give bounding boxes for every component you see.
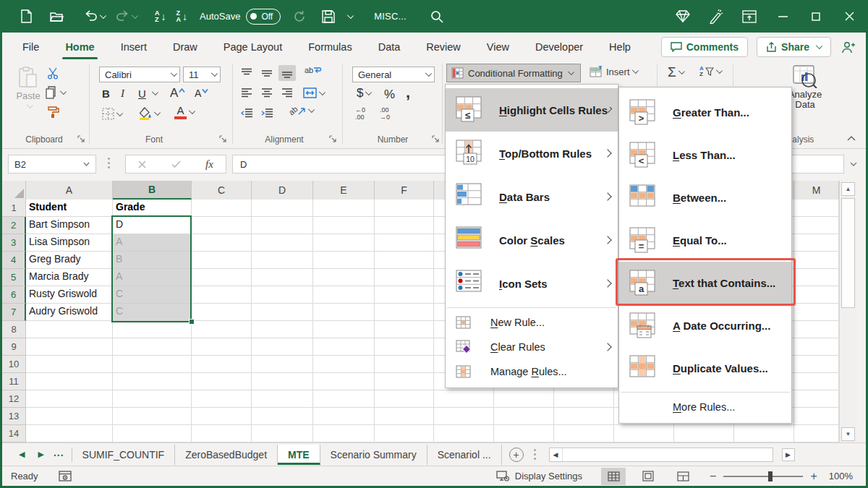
column-header-E[interactable]: E [313, 181, 375, 200]
sheet-tab-mte[interactable]: MTE [278, 445, 320, 465]
align-center-button[interactable] [261, 88, 273, 98]
cell-E13[interactable] [313, 408, 375, 425]
add-sheet-button[interactable]: + [509, 448, 524, 462]
cell-F11[interactable] [375, 373, 434, 390]
submenu-item-more-rules[interactable]: More Rules... [619, 395, 791, 419]
fill-color-button[interactable] [138, 106, 160, 120]
cell-A11[interactable] [26, 373, 113, 390]
hscroll-left-icon[interactable]: ◀ [550, 448, 563, 461]
underline-dropdown-icon[interactable] [150, 92, 158, 95]
cell-F13[interactable] [375, 408, 434, 425]
wrap-text-button[interactable]: ab [305, 66, 322, 74]
cell-A8[interactable] [26, 321, 113, 338]
submenu-item-equal-to[interactable]: = Equal To... [619, 219, 791, 262]
sheet-nav-left-icon[interactable]: ◀ [12, 450, 31, 459]
decrease-indent-button[interactable] [241, 108, 253, 118]
cell-F6[interactable] [375, 286, 434, 304]
cell-A7[interactable]: Audry Griswold [26, 304, 113, 321]
tab-data[interactable]: Data [368, 35, 411, 59]
cell-A13[interactable] [26, 408, 113, 425]
cell-M7[interactable] [794, 304, 839, 321]
comma-style-button[interactable]: , [406, 83, 410, 102]
row-header-6[interactable]: 6 [2, 286, 26, 304]
align-bottom-button[interactable] [278, 65, 296, 81]
cell-F14[interactable] [375, 425, 434, 442]
conditional-formatting-button[interactable]: Conditional Formatting [446, 64, 581, 82]
align-top-button[interactable] [241, 68, 252, 78]
sheet-tab-scenario-summary[interactable]: Scenario Summary [320, 445, 427, 465]
save-dropdown-icon[interactable] [340, 6, 358, 27]
cell-D12[interactable] [252, 390, 313, 408]
italic-button[interactable]: I [121, 87, 124, 100]
cell-K14[interactable] [674, 425, 734, 442]
cell-F7[interactable] [375, 304, 434, 321]
cell-A5[interactable]: Marcia Brady [26, 269, 113, 286]
column-header-B[interactable]: B [113, 181, 192, 200]
sort-az-button[interactable]: AZ↓ [150, 6, 171, 27]
cell-C2[interactable] [192, 217, 252, 234]
cell-C9[interactable] [192, 338, 252, 356]
cell-J14[interactable] [614, 425, 674, 442]
cell-F3[interactable] [375, 234, 434, 252]
autosum-button[interactable]: Σ [668, 64, 684, 80]
minimize-button[interactable] [766, 0, 799, 33]
sheet-nav-right-icon[interactable]: ▶ [31, 450, 50, 459]
font-size-combo[interactable]: 11 [183, 67, 221, 82]
cell-B9[interactable] [113, 338, 192, 356]
normal-view-icon[interactable] [601, 468, 626, 485]
format-painter-icon[interactable] [47, 106, 60, 119]
decrease-decimal-button[interactable]: .00→0 [380, 106, 390, 121]
cell-M8[interactable] [794, 321, 839, 338]
menu-item-top-bottom-rules[interactable]: 10 Top/Bottom Rules [446, 132, 618, 175]
undo-dropdown-icon[interactable] [100, 12, 106, 18]
cell-M13[interactable] [794, 408, 839, 425]
cell-M4[interactable] [794, 252, 839, 269]
submenu-item-a-date-occurring[interactable]: A Date Occurring... [619, 304, 791, 347]
cell-D14[interactable] [252, 425, 313, 442]
cell-M11[interactable] [794, 373, 839, 390]
number-dialog-launcher-icon[interactable] [432, 135, 441, 144]
row-header-5[interactable]: 5 [2, 269, 26, 286]
font-name-combo[interactable]: Calibri [99, 67, 180, 82]
cell-E4[interactable] [313, 252, 375, 269]
row-header-14[interactable]: 14 [2, 425, 26, 442]
hscroll-right-icon[interactable]: ▶ [782, 448, 795, 461]
sheet-tab-scenariol-[interactable]: Scenariol ... [427, 445, 502, 465]
tab-developer[interactable]: Developer [525, 35, 593, 59]
cell-D11[interactable] [252, 373, 313, 390]
submenu-item-between[interactable]: Between... [619, 176, 791, 219]
cut-icon[interactable] [47, 67, 59, 80]
cell-C8[interactable] [192, 321, 252, 338]
cell-H12[interactable] [494, 390, 554, 408]
cell-E5[interactable] [313, 269, 375, 286]
increase-font-button[interactable]: A [170, 86, 185, 100]
insert-function-button[interactable]: fx [205, 158, 213, 171]
tab-home[interactable]: Home [55, 35, 104, 59]
tab-draw[interactable]: Draw [163, 35, 208, 59]
cell-M10[interactable] [794, 356, 839, 373]
tab-page-layout[interactable]: Page Layout [213, 35, 292, 59]
namebox-resize-handle[interactable] [108, 158, 110, 168]
vertical-scroll-thumb[interactable] [841, 198, 855, 308]
cell-A10[interactable] [26, 356, 113, 373]
cell-B8[interactable] [113, 321, 192, 338]
zoom-slider[interactable] [723, 476, 803, 477]
cell-F1[interactable] [375, 200, 434, 217]
cell-I13[interactable] [554, 408, 614, 425]
tab-insert[interactable]: Insert [111, 35, 157, 59]
fill-handle[interactable] [189, 319, 195, 325]
align-middle-button[interactable] [261, 68, 273, 78]
cell-D2[interactable] [252, 217, 313, 234]
open-folder-icon[interactable] [45, 6, 70, 27]
number-format-combo[interactable]: General [352, 67, 435, 82]
cell-H14[interactable] [494, 425, 554, 442]
cell-C7[interactable] [192, 304, 252, 321]
cell-M12[interactable] [794, 390, 839, 408]
menu-item-new-rule[interactable]: New Rule... [446, 310, 618, 335]
cell-A2[interactable]: Bart Simpson [26, 217, 113, 234]
search-icon[interactable] [425, 6, 448, 27]
cell-D7[interactable] [252, 304, 313, 321]
zoom-in-button[interactable]: + [810, 470, 817, 483]
cell-F8[interactable] [375, 321, 434, 338]
save-button[interactable] [317, 6, 340, 27]
